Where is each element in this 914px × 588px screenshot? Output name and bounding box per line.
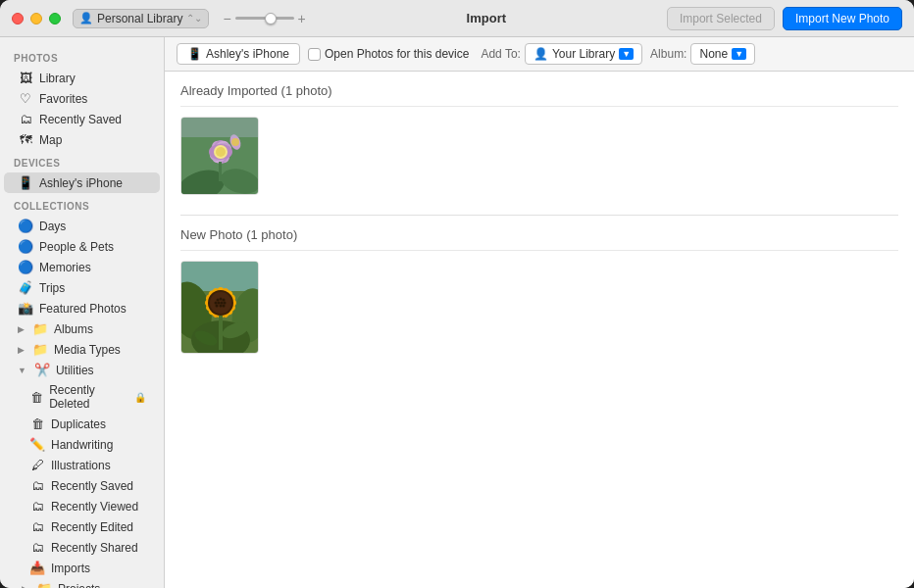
recently-saved-util-icon: 🗂 [29, 478, 45, 493]
sidebar-item-label: Recently Saved [39, 113, 122, 126]
sidebar-item-utilities[interactable]: ▼ ✂️ Utilities [4, 360, 160, 380]
illustrations-icon: 🖊 [29, 458, 45, 472]
recently-edited-icon: 🗂 [29, 519, 45, 534]
sidebar-item-label: Duplicates [51, 417, 106, 431]
flower-image-imported [181, 118, 259, 195]
content-area: 📱 Ashley's iPhone Open Photos for this d… [165, 37, 914, 588]
titlebar-title: Import [306, 11, 667, 25]
album-label: Album: [650, 47, 686, 61]
sidebar-item-label: People & Pets [39, 240, 114, 254]
sidebar-item-library[interactable]: 🖼 Library [4, 68, 160, 88]
sidebar-item-handwriting[interactable]: ✏️ Handwriting [4, 434, 160, 455]
svg-point-45 [220, 305, 223, 308]
sidebar-item-projects[interactable]: ▶ 📁 Projects [4, 578, 160, 588]
sidebar-item-albums[interactable]: ▶ 📁 Albums [4, 318, 160, 339]
sidebar-item-media-types[interactable]: ▶ 📁 Media Types [4, 339, 160, 360]
section-divider [180, 215, 898, 216]
trips-icon: 🧳 [18, 280, 33, 295]
open-photos-option[interactable]: Open Photos for this device [308, 47, 469, 61]
sidebar-item-label: Recently Deleted [49, 383, 128, 411]
zoom-plus-button[interactable]: + [298, 11, 306, 26]
album-dropdown[interactable]: None ▼ [690, 43, 755, 65]
sidebar-item-imports[interactable]: 📥 Imports [4, 558, 160, 578]
map-icon: 🗺 [18, 132, 33, 147]
photo-thumbnail-imported[interactable] [180, 117, 259, 195]
svg-point-46 [223, 305, 226, 308]
import-toolbar: 📱 Ashley's iPhone Open Photos for this d… [165, 37, 914, 72]
close-button[interactable] [12, 13, 24, 24]
expand-icon: ▶ [18, 345, 25, 355]
expand-icon: ▶ [18, 324, 25, 334]
sidebar-item-featured[interactable]: 📸 Featured Photos [4, 298, 160, 318]
svg-point-37 [217, 299, 220, 302]
sidebar-item-recently-shared[interactable]: 🗂 Recently Shared [4, 537, 160, 558]
minimize-button[interactable] [30, 13, 42, 24]
sidebar-item-label: Recently Saved [51, 479, 133, 493]
sunflower-image [181, 262, 259, 354]
library-icon: 🖼 [18, 71, 33, 85]
app-window: 👤 Personal Library ⌃⌄ − + Import Import … [0, 0, 914, 588]
zoom-minus-button[interactable]: − [223, 11, 230, 26]
utilities-icon: ✂️ [34, 363, 50, 377]
sidebar-item-illustrations[interactable]: 🖊 Illustrations [4, 455, 160, 475]
svg-point-44 [216, 305, 219, 308]
collections-section-label: Collections [0, 193, 164, 216]
media-types-icon: 📁 [32, 342, 48, 357]
sidebar-item-recently-viewed[interactable]: 🗂 Recently Viewed [4, 496, 160, 516]
sidebar-item-recently-deleted[interactable]: 🗑 Recently Deleted 🔒 [4, 380, 160, 414]
open-photos-label-text: Open Photos for this device [325, 47, 469, 61]
sidebar-item-label: Days [39, 220, 66, 233]
new-photo-grid [180, 261, 898, 354]
duplicates-icon: 🗑 [29, 416, 45, 431]
maximize-button[interactable] [49, 13, 61, 24]
library-dropdown[interactable]: 👤 Your Library ▼ [525, 43, 642, 65]
sidebar-item-days[interactable]: 🔵 Days [4, 216, 160, 236]
sidebar-item-memories[interactable]: 🔵 Memories [4, 257, 160, 277]
open-photos-checkbox[interactable] [308, 48, 321, 61]
sidebar-item-label: Utilities [56, 364, 94, 377]
sidebar: Photos 🖼 Library ♡ Favorites 🗂 Recently … [0, 37, 165, 588]
photo-thumbnail-new[interactable] [180, 261, 259, 354]
sidebar-item-recently-saved[interactable]: 🗂 Recently Saved [4, 109, 160, 129]
sidebar-item-label: Media Types [54, 343, 121, 357]
featured-icon: 📸 [18, 301, 33, 316]
svg-point-40 [215, 302, 218, 305]
sidebar-item-label: Library [39, 72, 76, 85]
iphone-icon: 📱 [18, 175, 33, 190]
device-tab[interactable]: 📱 Ashley's iPhone [177, 43, 300, 65]
sidebar-item-recently-saved-util[interactable]: 🗂 Recently Saved [4, 475, 160, 496]
sidebar-item-recently-edited[interactable]: 🗂 Recently Edited [4, 516, 160, 537]
sidebar-item-trips[interactable]: 🧳 Trips [4, 277, 160, 298]
album-dropdown-value: None [699, 47, 728, 61]
svg-rect-10 [219, 162, 222, 181]
svg-point-39 [223, 299, 226, 302]
your-library-person-icon: 👤 [533, 47, 548, 61]
sidebar-item-people-pets[interactable]: 🔵 People & Pets [4, 236, 160, 257]
sidebar-item-label: Albums [54, 322, 93, 336]
zoom-slider[interactable] [235, 17, 294, 20]
library-selector[interactable]: 👤 Personal Library ⌃⌄ [73, 9, 209, 28]
import-selected-button[interactable]: Import Selected [667, 7, 775, 30]
sidebar-item-label: Recently Viewed [51, 500, 138, 514]
photos-section-label: Photos [0, 45, 164, 68]
svg-point-12 [231, 138, 239, 146]
sidebar-item-label: Featured Photos [39, 302, 127, 316]
new-photo-title: New Photo (1 photo) [180, 227, 898, 251]
main-content: Photos 🖼 Library ♡ Favorites 🗂 Recently … [0, 37, 914, 588]
people-pets-icon: 🔵 [18, 239, 33, 254]
sidebar-item-label: Recently Edited [51, 520, 133, 534]
sidebar-item-duplicates[interactable]: 🗑 Duplicates [4, 414, 160, 434]
expand-icon: ▼ [18, 366, 26, 375]
traffic-lights [12, 13, 61, 24]
titlebar-right: Import Selected Import New Photo [667, 7, 902, 30]
sidebar-item-iphone[interactable]: 📱 Ashley's iPhone [4, 172, 160, 193]
already-imported-title: Already Imported (1 photo) [180, 83, 898, 107]
sidebar-item-favorites[interactable]: ♡ Favorites [4, 88, 160, 109]
import-content: Already Imported (1 photo) [165, 72, 914, 588]
sidebar-item-map[interactable]: 🗺 Map [4, 129, 160, 150]
chevron-updown-icon: ⌃⌄ [186, 13, 202, 24]
titlebar-left: 👤 Personal Library ⌃⌄ − + [73, 9, 306, 28]
svg-point-9 [216, 147, 226, 157]
handwriting-icon: ✏️ [29, 437, 45, 452]
import-new-photo-button[interactable]: Import New Photo [783, 7, 902, 30]
